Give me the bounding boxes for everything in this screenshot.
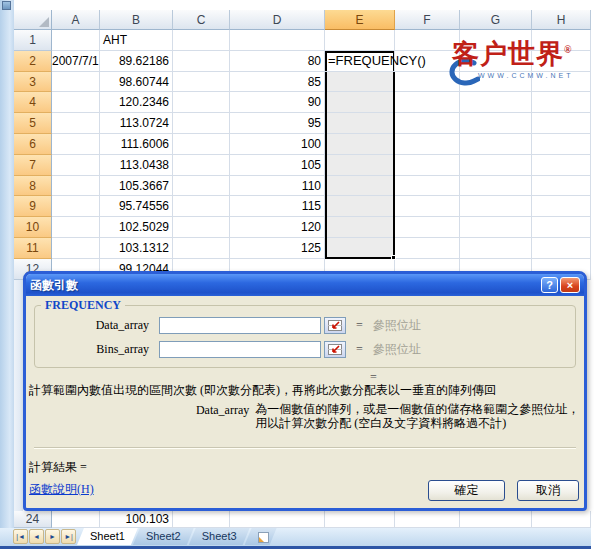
cell-F8[interactable] [395, 176, 460, 197]
cell-D24[interactable] [230, 511, 325, 528]
dialog-titlebar[interactable]: 函數引數 ? × [26, 274, 584, 296]
cell-D2[interactable]: 80 [230, 51, 325, 72]
ok-button[interactable]: 確定 [428, 480, 505, 501]
cell-F5[interactable] [395, 113, 460, 134]
insert-worksheet-tab[interactable] [245, 528, 277, 545]
cell-D6[interactable]: 100 [230, 134, 325, 155]
cell-G9[interactable] [460, 196, 532, 217]
cell-D8[interactable]: 110 [230, 176, 325, 197]
cell-C24[interactable] [173, 511, 230, 528]
cell-B5[interactable]: 113.0724 [100, 113, 173, 134]
cell-D4[interactable]: 90 [230, 92, 325, 113]
cell-A2[interactable]: 2007/7/1 [52, 51, 100, 72]
cell-H7[interactable] [532, 155, 591, 176]
row-header[interactable]: 5 [14, 113, 52, 134]
data-array-input[interactable] [159, 317, 321, 334]
cell-A4[interactable] [52, 92, 100, 113]
row-header[interactable]: 2 [14, 51, 52, 72]
cell-H8[interactable] [532, 176, 591, 197]
cell-D9[interactable]: 115 [230, 196, 325, 217]
cell-A11[interactable] [52, 238, 100, 259]
cell-A24[interactable] [52, 511, 100, 528]
cell-C10[interactable] [173, 217, 230, 238]
cell-F9[interactable] [395, 196, 460, 217]
cell-F4[interactable] [395, 92, 460, 113]
cell-B10[interactable]: 102.5029 [100, 217, 173, 238]
cell-E4[interactable] [325, 92, 395, 113]
cell-B8[interactable]: 105.3667 [100, 176, 173, 197]
cell-E6[interactable] [325, 134, 395, 155]
cell-G4[interactable] [460, 92, 532, 113]
cell-E8[interactable] [325, 176, 395, 197]
cell-A1[interactable] [52, 30, 100, 51]
cell-E10[interactable] [325, 217, 395, 238]
column-header-c[interactable]: C [173, 10, 230, 30]
cell-E7[interactable] [325, 155, 395, 176]
cell-A10[interactable] [52, 217, 100, 238]
dialog-help-icon[interactable]: ? [541, 277, 558, 293]
cell-C4[interactable] [173, 92, 230, 113]
cell-H5[interactable] [532, 113, 591, 134]
cell-F7[interactable] [395, 155, 460, 176]
active-cell-formula[interactable]: =FREQUENCY() [325, 51, 395, 72]
cell-A9[interactable] [52, 196, 100, 217]
cell-C3[interactable] [173, 72, 230, 93]
select-all-icon[interactable] [14, 10, 52, 30]
cell-C2[interactable] [173, 51, 230, 72]
cell-B9[interactable]: 95.74556 [100, 196, 173, 217]
cell-A5[interactable] [52, 113, 100, 134]
row-header[interactable]: 4 [14, 92, 52, 113]
row-header[interactable]: 10 [14, 217, 52, 238]
cancel-button[interactable]: 取消 [517, 480, 579, 501]
row-header[interactable]: 8 [14, 176, 52, 197]
cell-B3[interactable]: 98.60744 [100, 72, 173, 93]
tab-sheet2[interactable]: Sheet2 [133, 528, 194, 545]
cell-B2[interactable]: 89.62186 [100, 51, 173, 72]
cell-G24[interactable] [460, 511, 532, 528]
cell-C8[interactable] [173, 176, 230, 197]
bins-array-input[interactable] [159, 341, 321, 358]
cell-G11[interactable] [460, 238, 532, 259]
cell-B6[interactable]: 111.6006 [100, 134, 173, 155]
cell-H11[interactable] [532, 238, 591, 259]
column-header-b[interactable]: B [100, 10, 173, 30]
cell-B24[interactable]: 100.103 [100, 511, 173, 528]
row-header[interactable]: 9 [14, 196, 52, 217]
column-header-g[interactable]: G [460, 10, 532, 30]
cell-E5[interactable] [325, 113, 395, 134]
close-icon[interactable]: × [560, 277, 580, 293]
cell-B11[interactable]: 103.1312 [100, 238, 173, 259]
function-help-link[interactable]: 函數說明(H) [29, 481, 94, 498]
cell-C5[interactable] [173, 113, 230, 134]
cell-A6[interactable] [52, 134, 100, 155]
cell-A7[interactable] [52, 155, 100, 176]
tab-sheet1[interactable]: Sheet1 [77, 528, 138, 545]
cell-E9[interactable] [325, 196, 395, 217]
cell-B7[interactable]: 113.0438 [100, 155, 173, 176]
previous-sheet-icon[interactable]: ◄ [29, 529, 44, 544]
cell-C1[interactable] [173, 30, 230, 51]
row-header[interactable]: 7 [14, 155, 52, 176]
column-header-f[interactable]: F [395, 10, 460, 30]
last-sheet-icon[interactable]: ►| [61, 529, 76, 544]
cell-C7[interactable] [173, 155, 230, 176]
cell-C9[interactable] [173, 196, 230, 217]
cell-H9[interactable] [532, 196, 591, 217]
next-sheet-icon[interactable]: ► [45, 529, 60, 544]
column-header-d[interactable]: D [230, 10, 325, 30]
cell-E24[interactable] [325, 511, 395, 528]
column-header-h[interactable]: H [532, 10, 591, 30]
cell-H4[interactable] [532, 92, 591, 113]
first-sheet-icon[interactable]: |◄ [13, 529, 28, 544]
cell-D7[interactable]: 105 [230, 155, 325, 176]
row-header[interactable]: 3 [14, 72, 52, 93]
cell-D3[interactable]: 85 [230, 72, 325, 93]
cell-E1[interactable] [325, 30, 395, 51]
cell-C6[interactable] [173, 134, 230, 155]
cell-G10[interactable] [460, 217, 532, 238]
cell-B4[interactable]: 120.2346 [100, 92, 173, 113]
cell-F10[interactable] [395, 217, 460, 238]
row-header[interactable]: 24 [14, 511, 52, 528]
row-header[interactable]: 11 [14, 238, 52, 259]
cell-D11[interactable]: 125 [230, 238, 325, 259]
